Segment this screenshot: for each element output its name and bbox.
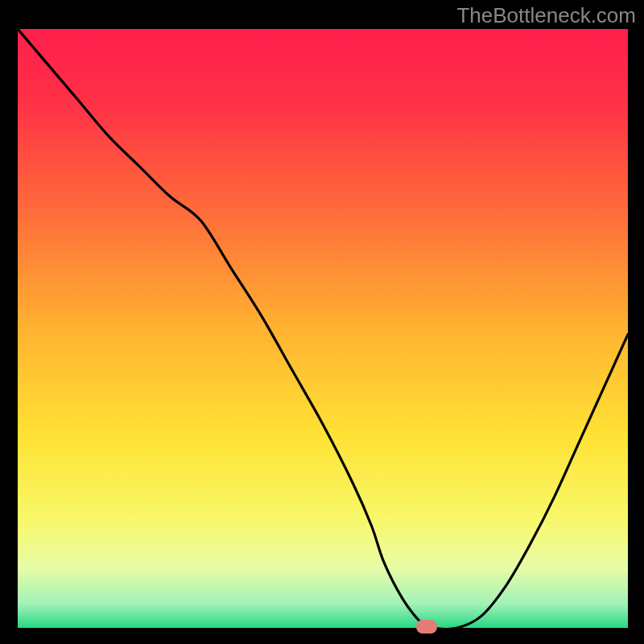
gradient-background: [18, 29, 628, 628]
plot-area: [18, 29, 628, 628]
target-marker: [416, 620, 437, 634]
watermark-text: TheBottleneck.com: [456, 3, 636, 28]
plot-svg: [18, 29, 628, 628]
chart-container: TheBottleneck.com: [0, 0, 644, 644]
